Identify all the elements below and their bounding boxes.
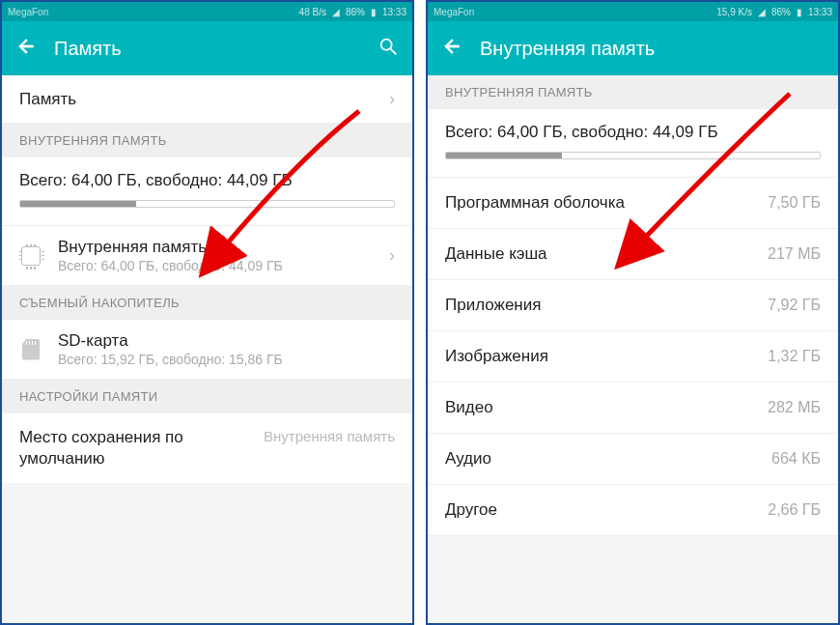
storage-row-label: Программная оболочка — [445, 193, 768, 213]
panel-memory: MegaFon 48 B/s ◢ 86% ▮ 13:33 Память Памя… — [0, 0, 414, 625]
net-speed: 48 B/s — [299, 7, 326, 17]
battery-pct: 86% — [771, 7, 791, 17]
battery-icon: ▮ — [371, 7, 377, 17]
storage-summary-text: Всего: 64,00 ГБ, свободно: 44,09 ГБ — [19, 171, 395, 190]
page-title: Внутренняя память — [480, 38, 825, 60]
sd-card-title: SD-карта — [58, 331, 395, 351]
default-save-location[interactable]: Место сохранения по умолчанию Внутренняя… — [2, 413, 412, 483]
storage-row-label: Изображения — [445, 347, 768, 366]
memory-row[interactable]: Память › — [2, 75, 412, 124]
storage-row[interactable]: Другое2,66 ГБ — [428, 485, 838, 536]
storage-row-label: Аудио — [445, 449, 771, 469]
signal-icon: ◢ — [758, 7, 766, 17]
storage-row-value: 1,32 ГБ — [768, 348, 821, 365]
app-bar: Внутренняя память — [428, 21, 838, 75]
carrier-label: MegaFon — [8, 7, 48, 17]
svg-point-0 — [381, 40, 392, 50]
internal-storage-title: Внутренняя память — [58, 238, 389, 257]
status-bar: MegaFon 48 B/s ◢ 86% ▮ 13:33 — [2, 2, 412, 21]
storage-row-value: 7,50 ГБ — [768, 194, 821, 212]
storage-rows: Программная оболочка7,50 ГБДанные кэша21… — [428, 178, 838, 536]
svg-line-1 — [391, 49, 397, 55]
storage-row-value: 7,92 ГБ — [768, 297, 821, 314]
storage-bar-fill — [446, 153, 562, 158]
sd-card-item[interactable]: SD-карта Всего: 15,92 ГБ, свободно: 15,8… — [2, 320, 412, 380]
storage-summary: Всего: 64,00 ГБ, свободно: 44,09 ГБ — [2, 157, 412, 226]
storage-row-value: 217 МБ — [768, 245, 821, 263]
storage-bar-fill — [20, 201, 136, 207]
battery-icon: ▮ — [797, 7, 802, 17]
page-title: Память — [54, 38, 360, 60]
back-icon[interactable] — [15, 36, 37, 61]
storage-row-value: 2,66 ГБ — [768, 501, 821, 519]
internal-header: ВНУТРЕННЯЯ ПАМЯТЬ — [428, 75, 838, 109]
search-icon[interactable] — [378, 36, 399, 61]
storage-row[interactable]: Изображения1,32 ГБ — [428, 331, 838, 383]
storage-row-label: Приложения — [445, 296, 768, 315]
storage-row[interactable]: Программная оболочка7,50 ГБ — [428, 178, 838, 229]
storage-row[interactable]: Приложения7,92 ГБ — [428, 280, 838, 331]
storage-bar — [445, 152, 821, 159]
storage-bar — [19, 200, 395, 208]
removable-header: СЪЕМНЫЙ НАКОПИТЕЛЬ — [2, 286, 412, 320]
chevron-right-icon: › — [389, 89, 395, 109]
back-icon[interactable] — [441, 36, 462, 61]
sd-card-sub: Всего: 15,92 ГБ, свободно: 15,86 ГБ — [58, 352, 395, 367]
storage-summary: Всего: 64,00 ГБ, свободно: 44,09 ГБ — [428, 109, 838, 178]
internal-header: ВНУТРЕННЯЯ ПАМЯТЬ — [2, 124, 412, 157]
storage-row[interactable]: Данные кэша217 МБ — [428, 229, 838, 280]
internal-storage-sub: Всего: 64,00 ГБ, свободно: 44,09 ГБ — [58, 258, 389, 273]
signal-icon: ◢ — [332, 7, 340, 17]
status-bar: MegaFon 15,9 K/s ◢ 86% ▮ 13:33 — [428, 2, 838, 21]
app-bar: Память — [2, 21, 412, 75]
panel-internal-memory: MegaFon 15,9 K/s ◢ 86% ▮ 13:33 Внутрення… — [426, 0, 840, 625]
storage-row-label: Данные кэша — [445, 244, 768, 264]
save-location-value: Внутренняя память — [264, 427, 395, 446]
storage-summary-text: Всего: 64,00 ГБ, свободно: 44,09 ГБ — [445, 123, 821, 142]
save-location-label: Место сохранения по умолчанию — [19, 427, 264, 469]
storage-row-label: Видео — [445, 398, 768, 417]
sd-card-icon — [19, 338, 42, 361]
chip-icon — [19, 244, 42, 268]
clock: 13:33 — [808, 7, 832, 17]
clock: 13:33 — [382, 7, 406, 17]
net-speed: 15,9 K/s — [716, 7, 752, 17]
carrier-label: MegaFon — [434, 7, 474, 17]
storage-row-label: Другое — [445, 500, 768, 520]
storage-row-value: 282 МБ — [768, 399, 821, 416]
internal-storage-item[interactable]: Внутренняя память Всего: 64,00 ГБ, свобо… — [2, 226, 412, 286]
settings-header: НАСТРОЙКИ ПАМЯТИ — [2, 380, 412, 413]
storage-row-value: 664 КБ — [771, 450, 821, 468]
memory-row-label: Память — [19, 90, 389, 109]
storage-row[interactable]: Видео282 МБ — [428, 383, 838, 434]
battery-pct: 86% — [346, 7, 365, 17]
chevron-right-icon: › — [389, 245, 395, 266]
storage-row[interactable]: Аудио664 КБ — [428, 434, 838, 485]
